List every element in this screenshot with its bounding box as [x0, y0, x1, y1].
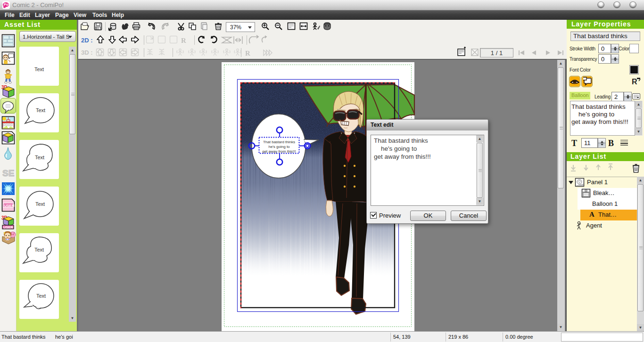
svg-text:R: R [632, 78, 637, 86]
svg-text:R: R [245, 49, 250, 57]
svg-text:Text: Text [34, 247, 44, 252]
svg-text:Text: Text [36, 293, 46, 299]
svg-text:R: R [181, 37, 186, 44]
svg-text:Text: Text [36, 107, 45, 113]
svg-text:USER: USER [3, 225, 13, 229]
svg-text:Text: Text [35, 201, 45, 207]
svg-text:SE: SE [2, 168, 14, 178]
svg-text:That bastard thinks: That bastard thinks [263, 140, 295, 144]
svg-text:Text: Text [35, 155, 44, 160]
svg-text:he's going to: he's going to [268, 145, 290, 149]
svg-text:USER: USER [4, 204, 15, 208]
